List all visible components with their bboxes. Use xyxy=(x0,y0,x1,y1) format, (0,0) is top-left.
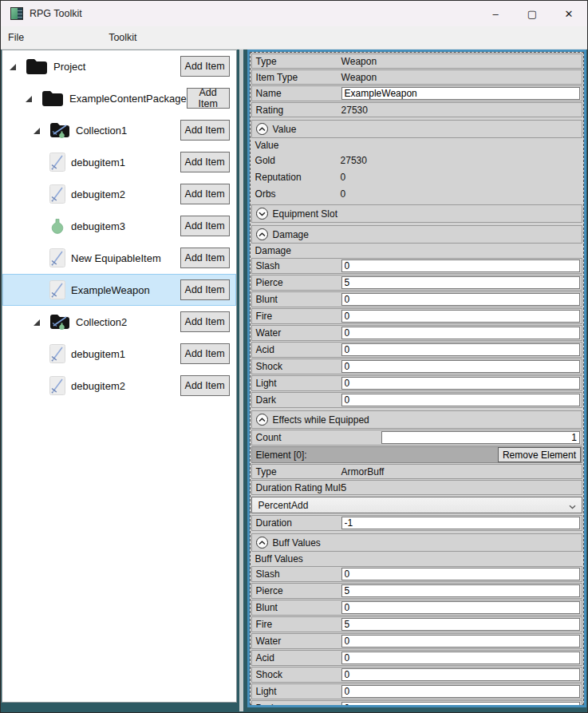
menu-toolkit[interactable]: Toolkit xyxy=(101,29,144,46)
tree-expander-icon[interactable] xyxy=(34,123,45,137)
expander-label: Value xyxy=(273,124,297,135)
add-item-button[interactable]: Add Item xyxy=(180,375,230,396)
tree-item-debugitem1[interactable]: debugitem1Add Item xyxy=(2,338,236,370)
pierce-field[interactable] xyxy=(341,276,580,289)
sword-icon xyxy=(49,344,65,363)
tree-item-collection1[interactable]: Collection1Add Item xyxy=(2,114,236,146)
property-row-slash: Slash xyxy=(251,566,582,582)
pierce-field[interactable] xyxy=(341,584,580,597)
blunt-field[interactable] xyxy=(341,601,580,614)
property-label: Name xyxy=(252,88,341,99)
add-item-button[interactable]: Add Item xyxy=(180,248,230,268)
name-field[interactable] xyxy=(341,87,580,100)
add-item-button[interactable]: Add Item xyxy=(180,56,230,77)
expander-equipment-slot[interactable]: Equipment Slot xyxy=(251,204,582,223)
tree-item-collection2[interactable]: Collection2Add Item xyxy=(2,306,236,338)
buff-mode-combobox[interactable]: PercentAdd xyxy=(251,497,582,513)
expand-chevron-icon[interactable] xyxy=(256,208,268,220)
add-item-button[interactable]: Add Item xyxy=(180,152,230,172)
property-label: Duration xyxy=(252,517,341,529)
collapse-chevron-icon[interactable] xyxy=(256,123,268,135)
add-item-button[interactable]: Add Item xyxy=(180,120,230,141)
blunt-field[interactable] xyxy=(341,293,580,306)
slash-field[interactable] xyxy=(341,259,580,272)
property-value: 5 xyxy=(341,482,347,493)
tree-item-debugitem1[interactable]: debugitem1Add Item xyxy=(2,146,236,178)
count-field[interactable] xyxy=(381,431,580,444)
add-item-button[interactable]: Add Item xyxy=(187,88,230,109)
property-label: Pierce xyxy=(252,277,341,288)
expander-label: Equipment Slot xyxy=(273,208,337,220)
minimize-button[interactable]: – xyxy=(477,1,514,26)
property-label: Slash xyxy=(252,568,341,580)
tree-panel: ProjectAdd ItemExampleContentPackageAdd … xyxy=(2,50,237,703)
property-label: Dark xyxy=(252,394,341,406)
tree-expander-icon[interactable] xyxy=(34,315,45,329)
add-item-button[interactable]: Add Item xyxy=(180,279,230,300)
menu-file[interactable]: File xyxy=(1,29,31,46)
expander-damage[interactable]: Damage xyxy=(251,225,582,244)
tree-item-examplecontentpackage[interactable]: ExampleContentPackageAdd Item xyxy=(2,82,236,114)
tree-item-new-equipableitem[interactable]: New EquipableItemAdd Item xyxy=(2,242,236,274)
duration-field[interactable] xyxy=(341,517,580,529)
collapse-chevron-icon[interactable] xyxy=(256,414,268,426)
water-field[interactable] xyxy=(341,635,580,648)
acid-field[interactable] xyxy=(341,652,580,664)
property-value: ArmorBuff xyxy=(341,466,385,477)
shock-field[interactable] xyxy=(341,668,580,681)
tree-item-label: Collection2 xyxy=(76,316,127,328)
group-subtitle: Buff Values xyxy=(251,553,582,565)
close-button[interactable]: ✕ xyxy=(551,1,587,26)
light-field[interactable] xyxy=(341,377,580,390)
add-item-button[interactable]: Add Item xyxy=(180,311,230,332)
slash-field[interactable] xyxy=(341,568,580,580)
property-row-acid: Acid xyxy=(251,342,582,358)
collapse-chevron-icon[interactable] xyxy=(256,228,268,240)
splitter-handle[interactable] xyxy=(239,50,243,711)
dark-field[interactable] xyxy=(341,394,580,406)
property-label: Water xyxy=(252,636,341,647)
tree-item-label: debugitem2 xyxy=(71,188,125,200)
add-item-button[interactable]: Add Item xyxy=(180,216,230,236)
property-label: Acid xyxy=(252,652,341,663)
property-row-light: Light xyxy=(251,375,582,391)
tree-expander-icon[interactable] xyxy=(10,59,21,73)
water-field[interactable] xyxy=(341,327,580,339)
tree-item-debugitem3[interactable]: debugitem3Add Item xyxy=(2,210,236,242)
dark-field[interactable] xyxy=(341,702,580,707)
add-item-button[interactable]: Add Item xyxy=(180,184,230,204)
property-row-light: Light xyxy=(251,683,582,699)
collection-icon xyxy=(49,121,70,140)
expander-buff-values[interactable]: Buff Values xyxy=(251,533,582,552)
tree-expander-icon[interactable] xyxy=(26,91,37,105)
fire-field[interactable] xyxy=(341,618,580,631)
tree-item-label: New EquipableItem xyxy=(71,252,161,264)
property-value: 0 xyxy=(341,188,346,200)
property-label: Water xyxy=(252,327,341,339)
fire-field[interactable] xyxy=(341,310,580,323)
tree-item-debugitem2[interactable]: debugitem2Add Item xyxy=(2,178,236,210)
add-item-button[interactable]: Add Item xyxy=(180,343,230,364)
combobox-chevron-down-icon[interactable] xyxy=(569,498,576,513)
light-field[interactable] xyxy=(341,685,580,698)
group-subtitle: Damage xyxy=(251,244,582,257)
tree-item-debugitem2[interactable]: debugitem2Add Item xyxy=(2,370,236,402)
property-row-rating: Rating27530 xyxy=(251,102,582,117)
remove-element-button[interactable]: Remove Element xyxy=(498,447,581,462)
group-subtitle-label: Buff Values xyxy=(251,553,341,564)
tree-item-project[interactable]: ProjectAdd Item xyxy=(2,50,236,82)
maximize-button[interactable]: ▢ xyxy=(514,1,551,26)
shock-field[interactable] xyxy=(341,360,580,373)
tree-item-label: Project xyxy=(53,61,85,73)
property-label: Type xyxy=(252,466,341,477)
collapse-chevron-icon[interactable] xyxy=(256,537,268,549)
expander-value[interactable]: Value xyxy=(251,120,582,138)
tree-item-label: ExampleWeapon xyxy=(71,284,150,296)
tree-item-exampleweapon[interactable]: ExampleWeaponAdd Item xyxy=(2,274,236,306)
property-row-orbs: Orbs0 xyxy=(251,186,582,202)
acid-field[interactable] xyxy=(341,343,580,356)
tree-item-label: debugitem3 xyxy=(71,220,125,232)
tree-item-label: debugitem2 xyxy=(71,380,125,392)
property-row-name: Name xyxy=(251,85,582,101)
expander-effects-while-equipped[interactable]: Effects while Equipped xyxy=(251,410,582,429)
